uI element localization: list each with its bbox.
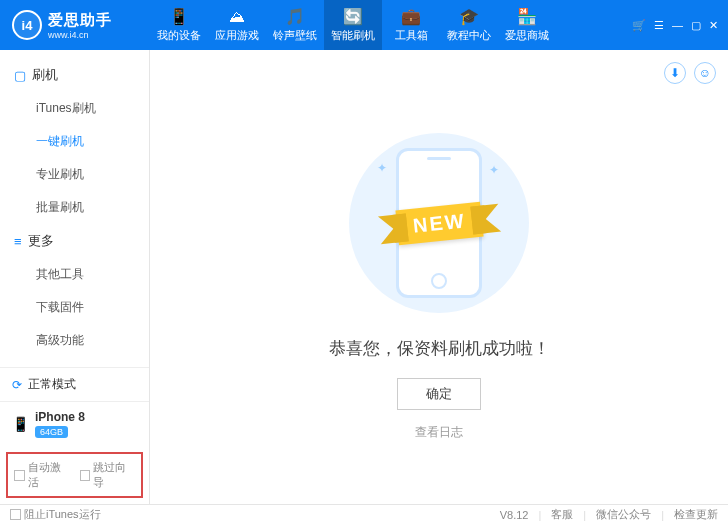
main-top-right: ⬇ ☺ — [664, 62, 716, 84]
top-nav-item-3[interactable]: 🔄智能刷机 — [324, 0, 382, 50]
top-nav-item-2[interactable]: 🎵铃声壁纸 — [266, 0, 324, 50]
nav-label: 我的设备 — [157, 28, 201, 43]
logo-area: i4 爱思助手 www.i4.cn — [0, 10, 150, 40]
sidebar-item-0-0[interactable]: iTunes刷机 — [0, 92, 149, 125]
status-icon: ⟳ — [12, 378, 22, 392]
top-nav: 📱我的设备⛰应用游戏🎵铃声壁纸🔄智能刷机💼工具箱🎓教程中心🏪爱思商城 — [150, 0, 632, 50]
nav-label: 铃声壁纸 — [273, 28, 317, 43]
nav-label: 教程中心 — [447, 28, 491, 43]
section-icon: ▢ — [14, 68, 26, 83]
sidebar-section-1: ≡更多 — [0, 224, 149, 258]
section-title: 刷机 — [32, 66, 58, 84]
close-icon[interactable]: ✕ — [709, 19, 718, 32]
checkbox-icon — [80, 470, 91, 481]
sidebar-item-1-0[interactable]: 其他工具 — [0, 258, 149, 291]
footer-right: V8.12 | 客服 | 微信公众号 | 检查更新 — [500, 507, 718, 522]
footer-link-update[interactable]: 检查更新 — [674, 507, 718, 522]
nav-icon: ⛰ — [229, 8, 245, 26]
sidebar-item-0-2[interactable]: 专业刷机 — [0, 158, 149, 191]
section-icon: ≡ — [14, 234, 22, 249]
cart-icon[interactable]: 🛒 — [632, 19, 646, 32]
sidebar-item-0-3[interactable]: 批量刷机 — [0, 191, 149, 224]
top-nav-item-0[interactable]: 📱我的设备 — [150, 0, 208, 50]
download-button[interactable]: ⬇ — [664, 62, 686, 84]
nav-label: 工具箱 — [395, 28, 428, 43]
nav-label: 爱思商城 — [505, 28, 549, 43]
footer-link-support[interactable]: 客服 — [551, 507, 573, 522]
sidebar-checks-highlighted: 自动激活跳过向导 — [6, 452, 143, 498]
nav-icon: 💼 — [401, 7, 421, 26]
check-0[interactable]: 自动激活 — [14, 460, 70, 490]
sidebar-item-1-2[interactable]: 高级功能 — [0, 324, 149, 357]
app-header: i4 爱思助手 www.i4.cn 📱我的设备⛰应用游戏🎵铃声壁纸🔄智能刷机💼工… — [0, 0, 728, 50]
top-nav-item-5[interactable]: 🎓教程中心 — [440, 0, 498, 50]
nav-icon: 🎵 — [285, 7, 305, 26]
logo-icon: i4 — [12, 10, 42, 40]
nav-icon: 🔄 — [343, 7, 363, 26]
device-name: iPhone 8 — [35, 410, 85, 424]
settings-icon[interactable]: ☰ — [654, 19, 664, 32]
nav-icon: 🏪 — [517, 7, 537, 26]
footer-link-wechat[interactable]: 微信公众号 — [596, 507, 651, 522]
header-right: 🛒 ☰ — ▢ ✕ — [632, 19, 728, 32]
checkbox-icon — [14, 470, 25, 481]
logo-text: 爱思助手 www.i4.cn — [48, 11, 112, 40]
nav-label: 智能刷机 — [331, 28, 375, 43]
block-itunes-checkbox[interactable]: 阻止iTunes运行 — [10, 507, 101, 522]
sidebar-section-0: ▢刷机 — [0, 58, 149, 92]
check-1[interactable]: 跳过向导 — [80, 460, 136, 490]
status-label: 正常模式 — [28, 376, 76, 393]
sidebar-status[interactable]: ⟳ 正常模式 — [0, 367, 149, 401]
footer-left: 阻止iTunes运行 — [10, 507, 101, 522]
device-icon: 📱 — [12, 416, 29, 432]
device-storage-badge: 64GB — [35, 426, 68, 438]
nav-icon: 🎓 — [459, 7, 479, 26]
hero-illustration: NEW — [349, 133, 529, 313]
sidebar-item-0-1[interactable]: 一键刷机 — [0, 125, 149, 158]
top-nav-item-1[interactable]: ⛰应用游戏 — [208, 0, 266, 50]
footer: 阻止iTunes运行 V8.12 | 客服 | 微信公众号 | 检查更新 — [0, 504, 728, 524]
nav-label: 应用游戏 — [215, 28, 259, 43]
view-log-link[interactable]: 查看日志 — [415, 424, 463, 441]
sidebar-device[interactable]: 📱 iPhone 8 64GB — [0, 401, 149, 446]
sidebar: ▢刷机iTunes刷机一键刷机专业刷机批量刷机≡更多其他工具下载固件高级功能 ⟳… — [0, 50, 150, 504]
maximize-icon[interactable]: ▢ — [691, 19, 701, 32]
app-name: 爱思助手 — [48, 11, 112, 30]
app-url: www.i4.cn — [48, 30, 112, 40]
window-controls: 🛒 ☰ — ▢ ✕ — [632, 19, 718, 32]
sidebar-scroll: ▢刷机iTunes刷机一键刷机专业刷机批量刷机≡更多其他工具下载固件高级功能 — [0, 50, 149, 367]
section-title: 更多 — [28, 232, 54, 250]
minimize-icon[interactable]: — — [672, 19, 683, 32]
nav-icon: 📱 — [169, 7, 189, 26]
top-nav-item-4[interactable]: 💼工具箱 — [382, 0, 440, 50]
success-message: 恭喜您，保资料刷机成功啦！ — [329, 337, 550, 360]
body-area: ▢刷机iTunes刷机一键刷机专业刷机批量刷机≡更多其他工具下载固件高级功能 ⟳… — [0, 50, 728, 504]
sidebar-item-1-1[interactable]: 下载固件 — [0, 291, 149, 324]
ok-button[interactable]: 确定 — [397, 378, 481, 410]
user-button[interactable]: ☺ — [694, 62, 716, 84]
main-content: ⬇ ☺ NEW 恭喜您，保资料刷机成功啦！ 确定 查看日志 — [150, 50, 728, 504]
top-nav-item-6[interactable]: 🏪爱思商城 — [498, 0, 556, 50]
version-label: V8.12 — [500, 509, 529, 521]
